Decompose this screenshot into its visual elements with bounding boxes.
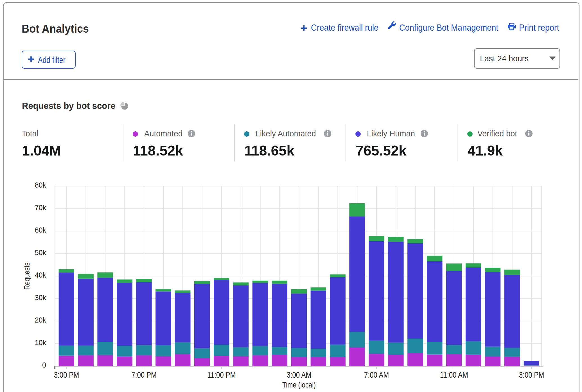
svg-text:11:00 PM: 11:00 PM <box>207 370 236 380</box>
svg-text:80k: 80k <box>35 181 46 189</box>
svg-text:10k: 10k <box>35 339 46 346</box>
svg-text:11:00 AM: 11:00 AM <box>440 370 468 380</box>
svg-text:7:00 AM: 7:00 AM <box>364 370 389 380</box>
svg-text:30k: 30k <box>35 294 46 301</box>
svg-text:20k: 20k <box>35 316 46 324</box>
svg-text:Time (local): Time (local) <box>282 380 316 389</box>
svg-text:50k: 50k <box>35 249 46 256</box>
svg-text:7:00 PM: 7:00 PM <box>131 370 157 380</box>
svg-text:3:00 PM: 3:00 PM <box>519 370 544 380</box>
svg-text:40k: 40k <box>35 271 46 279</box>
svg-text:60k: 60k <box>35 226 46 234</box>
svg-text:0: 0 <box>42 361 46 369</box>
svg-text:3:00 AM: 3:00 AM <box>287 370 311 380</box>
svg-text:3:00 PM: 3:00 PM <box>54 370 79 380</box>
svg-text:70k: 70k <box>35 204 46 211</box>
svg-text:Requests: Requests <box>22 262 31 290</box>
